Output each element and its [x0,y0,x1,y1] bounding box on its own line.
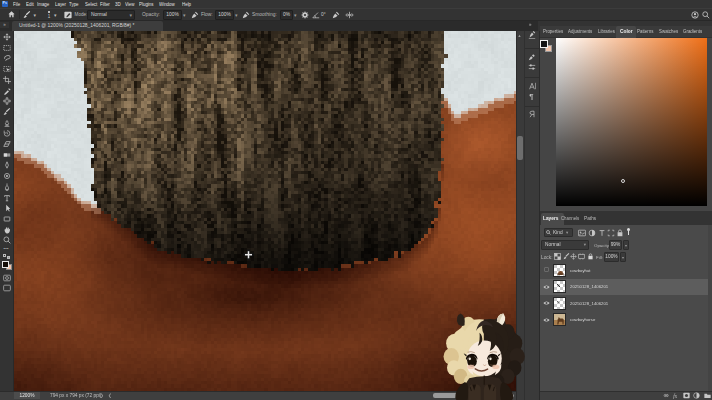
svg-text:¶: ¶ [529,92,533,100]
svg-text:fx: fx [673,393,677,399]
